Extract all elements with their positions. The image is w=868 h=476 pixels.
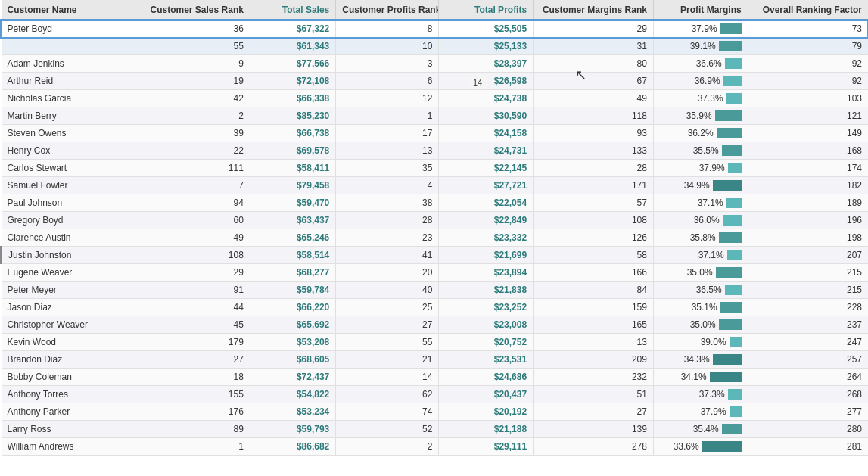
table-row[interactable]: 55 $61,343 10 $25,133 31 39.1% 79: [2, 38, 869, 55]
table-row[interactable]: Nicholas Garcia 42 $66,338 12 $24,738 49…: [2, 90, 869, 107]
cell-total-sales: $65,246: [250, 229, 335, 247]
profit-margins-value: 35.1%: [692, 302, 717, 313]
cell-margins-rank: 209: [534, 351, 654, 369]
cell-profit-margins: 35.9%: [653, 107, 748, 125]
table-row[interactable]: Peter Meyer 91 $59,784 40 $21,838 84 36.…: [2, 282, 869, 299]
cell-profits-rank: 38: [336, 194, 439, 212]
cell-total-sales: $66,220: [250, 299, 335, 316]
profit-margins-bar: [713, 354, 742, 365]
header-profit-margins[interactable]: Profit Margins: [653, 0, 748, 20]
table-row[interactable]: Samuel Fowler 7 $79,458 4 $27,721 171 34…: [2, 177, 869, 194]
cell-profits-rank: 74: [336, 403, 439, 421]
profit-margins-bar: [725, 58, 742, 69]
header-sales-rank[interactable]: Customer Sales Rank: [138, 0, 250, 20]
cell-profits-rank: 1: [336, 107, 439, 125]
cell-sales-rank: 55: [138, 38, 250, 55]
cell-margins-rank: 93: [534, 125, 654, 142]
header-overall[interactable]: Overall Ranking Factor: [748, 0, 868, 20]
table-row[interactable]: Arthur Reid 19 $72,108 6 $26,598 67 36.9…: [2, 73, 869, 90]
table-row[interactable]: Gregory Boyd 60 $63,437 28 $22,849 108 3…: [2, 212, 869, 229]
cell-margins-rank: 57: [534, 194, 654, 212]
table-row[interactable]: Justin Johnston 108 $58,514 41 $21,699 5…: [2, 247, 869, 264]
table-row[interactable]: Larry Ross 89 $59,793 52 $21,188 139 35.…: [2, 421, 869, 438]
cell-sales-rank: 2: [138, 107, 250, 125]
cell-total-sales: $72,437: [250, 369, 335, 386]
profit-margins-bar: [727, 250, 742, 260]
table-row[interactable]: Martin Berry 2 $85,230 1 $30,590 118 35.…: [2, 107, 869, 125]
cell-overall: 92: [748, 73, 868, 90]
header-customer-name[interactable]: Customer Name: [2, 0, 138, 20]
table-row[interactable]: Kevin Wood 179 $53,208 55 $20,752 13 39.…: [2, 334, 869, 351]
profit-margins-bar: [730, 337, 742, 347]
cell-profit-margins: 36.2%: [653, 125, 748, 142]
cell-overall: 92: [748, 55, 868, 73]
cell-total-profits: $20,192: [439, 403, 534, 421]
cell-overall: 174: [748, 160, 868, 177]
cell-profits-rank: 27: [336, 316, 439, 334]
profit-margins-value: 37.9%: [692, 23, 717, 34]
header-margins-rank[interactable]: Customer Margins Rank: [534, 0, 654, 20]
cell-sales-rank: 29: [138, 264, 250, 282]
cell-total-sales: $53,208: [250, 334, 335, 351]
cell-overall: 281: [748, 438, 868, 456]
cell-sales-rank: 39: [138, 125, 250, 142]
cell-name: Anthony Parker: [2, 403, 138, 421]
cell-sales-rank: 1: [138, 438, 250, 456]
profit-margins-value: 39.0%: [701, 337, 726, 347]
table-row[interactable]: Clarence Austin 49 $65,246 23 $23,332 12…: [2, 229, 869, 247]
cell-margins-rank: 13: [534, 334, 654, 351]
table-row[interactable]: Steven Owens 39 $66,738 17 $24,158 93 36…: [2, 125, 869, 142]
cell-name: Adam Jenkins: [2, 55, 138, 73]
cell-profits-rank: 55: [336, 334, 439, 351]
cell-sales-rank: 60: [138, 212, 250, 229]
table-row[interactable]: Peter Boyd 36 $67,322 8 $25,505 29 37.9%…: [2, 20, 869, 38]
profit-margins-value: 36.0%: [694, 215, 720, 226]
profit-margins-bar: [723, 215, 742, 226]
table-row[interactable]: Henry Cox 22 $69,578 13 $24,731 133 35.5…: [2, 142, 869, 160]
profit-margins-bar: [719, 41, 742, 51]
cell-margins-rank: 232: [534, 369, 654, 386]
cell-total-sales: $66,338: [250, 90, 335, 107]
profit-margins-value: 37.3%: [699, 389, 725, 400]
cell-total-profits: $20,752: [439, 334, 534, 351]
profit-margins-bar: [728, 163, 742, 173]
cell-overall: 277: [748, 403, 868, 421]
table-row[interactable]: Anthony Torres 155 $54,822 62 $20,437 51…: [2, 386, 869, 403]
cell-total-sales: $54,822: [250, 386, 335, 403]
cell-profits-rank: 14: [336, 369, 439, 386]
header-total-profits[interactable]: Total Profits: [439, 0, 534, 20]
table-row[interactable]: Brandon Diaz 27 $68,605 21 $23,531 209 3…: [2, 351, 869, 369]
cell-total-profits: $22,145: [439, 160, 534, 177]
cell-margins-rank: 49: [534, 90, 654, 107]
table-row[interactable]: Paul Johnson 94 $59,470 38 $22,054 57 37…: [2, 194, 869, 212]
cell-sales-rank: 155: [138, 386, 250, 403]
cell-overall: 121: [748, 107, 868, 125]
cell-total-profits: $25,133: [439, 38, 534, 55]
cell-profit-margins: 37.9%: [653, 20, 748, 38]
table-row[interactable]: Jason Diaz 44 $66,220 25 $23,252 159 35.…: [2, 299, 869, 316]
cell-total-sales: $69,578: [250, 142, 335, 160]
cell-profit-margins: 37.3%: [653, 386, 748, 403]
table-row[interactable]: Adam Jenkins 9 $77,566 3 $28,397 80 36.6…: [2, 55, 869, 73]
table-row[interactable]: Bobby Coleman 18 $72,437 14 $24,686 232 …: [2, 369, 869, 386]
table-row[interactable]: Christopher Weaver 45 $65,692 27 $23,008…: [2, 316, 869, 334]
cell-overall: 189: [748, 194, 868, 212]
cell-profits-rank: 25: [336, 299, 439, 316]
cell-total-sales: $63,437: [250, 212, 335, 229]
cell-overall: 198: [748, 229, 868, 247]
cell-profit-margins: 36.0%: [653, 212, 748, 229]
cell-profit-margins: 37.9%: [653, 403, 748, 421]
cell-overall: 149: [748, 125, 868, 142]
cell-name: Peter Boyd: [2, 20, 138, 38]
table-row[interactable]: William Andrews 1 $86,682 2 $29,111 278 …: [2, 438, 869, 456]
cell-margins-rank: 133: [534, 142, 654, 160]
table-row[interactable]: Anthony Parker 176 $53,234 74 $20,192 27…: [2, 403, 869, 421]
cell-total-profits: $24,731: [439, 142, 534, 160]
cell-profits-rank: 17: [336, 125, 439, 142]
header-profits-rank[interactable]: Customer Profits Rank: [336, 0, 439, 20]
cell-total-profits: $24,738: [439, 90, 534, 107]
table-row[interactable]: Carlos Stewart 111 $58,411 35 $22,145 28…: [2, 160, 869, 177]
table-header-row: Customer Name Customer Sales Rank Total …: [2, 0, 869, 20]
header-total-sales[interactable]: Total Sales: [250, 0, 335, 20]
table-row[interactable]: Eugene Weaver 29 $68,277 20 $23,894 166 …: [2, 264, 869, 282]
